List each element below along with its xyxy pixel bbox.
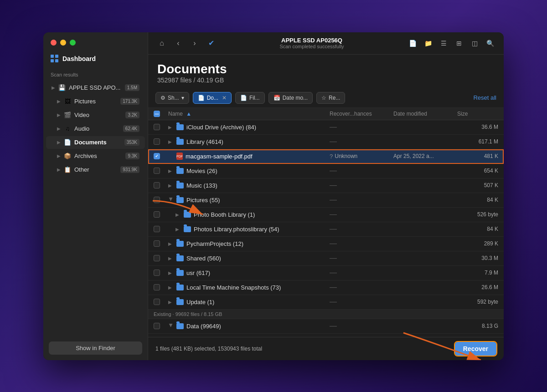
row-checkbox[interactable]: [154, 226, 160, 232]
toolbar-title: APPLE SSD AP0256Q: [221, 37, 403, 44]
size-value: 8.13 G: [457, 323, 498, 329]
back-button[interactable]: ‹: [172, 37, 185, 50]
expand-icon[interactable]: ▶: [168, 125, 174, 130]
table-header: Name ▲ Recover...hances Date modified Si…: [148, 108, 504, 120]
expand-icon[interactable]: ▶: [168, 241, 174, 246]
table-row: ▶ Movies (26) — 654 K: [148, 164, 504, 178]
row-checkbox[interactable]: [154, 284, 160, 290]
file-filter-btn[interactable]: 📄 Fil...: [235, 92, 265, 104]
document-icon: 📄: [63, 138, 72, 147]
sidebar-badge: 931.9K: [120, 166, 139, 173]
sidebar-item-other[interactable]: ▶ 📋 Other 931.9K: [46, 163, 145, 176]
filter-close-icon[interactable]: ✕: [222, 95, 227, 101]
row-label: iCloud Drive (Archive) (84): [186, 124, 256, 131]
forward-button[interactable]: ›: [188, 37, 201, 50]
file-icon-btn[interactable]: 📄: [406, 37, 419, 50]
row-label: Data (99649): [186, 323, 221, 330]
expand-icon[interactable]: ▶: [168, 285, 174, 290]
table-row: ▶ Pictures (55) — 84 K: [148, 193, 504, 208]
expand-icon[interactable]: ▶: [175, 212, 181, 217]
chevron-icon: ▶: [57, 153, 61, 158]
row-checkbox[interactable]: [154, 168, 160, 174]
table-row: ▶ Local Time Machine Snapshots (73) — 26…: [148, 280, 504, 295]
folder-icon: [176, 183, 184, 188]
sidebar-badge: 62.4K: [123, 125, 139, 132]
maximize-button[interactable]: [70, 40, 76, 46]
size-value: 84 K: [457, 197, 498, 203]
size-value: 289 K: [457, 240, 498, 247]
row-label: Library (4614): [186, 138, 223, 145]
row-checkbox[interactable]: [154, 182, 160, 188]
home-button[interactable]: ⌂: [155, 37, 168, 50]
expand-icon[interactable]: ▶: [169, 197, 174, 203]
grid-view-btn[interactable]: ⊞: [453, 37, 465, 50]
date-filter-btn[interactable]: 📅 Date mo...: [268, 92, 313, 104]
expand-icon[interactable]: ▶: [168, 300, 174, 305]
sidebar-item-video[interactable]: ▶ 🎬 Video 3.2K: [46, 109, 145, 122]
row-checkbox[interactable]: [154, 255, 160, 261]
chevron-icon: ▶: [52, 85, 55, 90]
sidebar-item-apple-ssd[interactable]: ▶ 💾 APPLE SSD APO... 1.5M: [46, 81, 145, 94]
search-button[interactable]: 🔍: [484, 37, 496, 50]
header-checkbox[interactable]: [154, 111, 160, 117]
row-checkbox[interactable]: [154, 197, 160, 203]
row-checkbox[interactable]: [154, 138, 160, 145]
dashboard-label: Dashboard: [62, 55, 96, 62]
picture-icon: 🖼: [63, 97, 72, 106]
table-row: ▶ Update (1) — 592 byte: [148, 295, 504, 310]
split-view-btn[interactable]: ◫: [468, 37, 481, 50]
traffic-lights: [43, 32, 148, 51]
table-row: ▶ Photo Booth Library (1) — 526 byte: [148, 208, 504, 222]
show-filter-btn[interactable]: ⚙ Sh... ▾: [155, 92, 189, 104]
row-checkbox[interactable]: [154, 240, 160, 247]
chevron-icon: ▶: [57, 112, 61, 117]
row-checkbox[interactable]: [154, 323, 160, 329]
table-row: ▶ Shared (560) — 30.3 M: [148, 251, 504, 266]
doc-filter-btn[interactable]: 📄 Do... ✕: [193, 92, 232, 104]
show-in-finder-button[interactable]: Show in Finder: [49, 341, 142, 355]
row-checkbox[interactable]: [154, 124, 160, 130]
reset-all-button[interactable]: Reset all: [473, 94, 496, 101]
file-table: Name ▲ Recover...hances Date modified Si…: [148, 108, 504, 337]
expand-icon[interactable]: ▶: [168, 183, 174, 188]
recover-value: —: [330, 181, 393, 189]
check-icon: ✔: [205, 37, 217, 50]
expand-icon[interactable]: ▶: [175, 227, 181, 232]
expand-icon[interactable]: ▶: [168, 270, 174, 275]
dashboard-icon: [51, 55, 59, 63]
sidebar-item-pictures[interactable]: ▶ 🖼 Pictures 171.3K: [46, 95, 145, 108]
scan-results-label: Scan results: [43, 70, 148, 81]
expand-icon[interactable]: ▶: [168, 139, 174, 144]
list-view-btn[interactable]: ☰: [437, 37, 450, 50]
chevron-icon: ▶: [57, 140, 61, 145]
row-checkbox[interactable]: [154, 153, 160, 159]
size-value: 7.9 M: [457, 270, 498, 276]
recover-value: ? Unknown: [330, 153, 393, 160]
page-subtitle: 352987 files / 40.19 GB: [157, 76, 495, 84]
date-value: Apr 25, 2022 a...: [393, 153, 457, 159]
row-label: Update (1): [186, 299, 214, 305]
row-checkbox[interactable]: [154, 270, 160, 276]
main-content: ⌂ ‹ › ✔ APPLE SSD AP0256Q Scan completed…: [148, 32, 504, 360]
sidebar-item-audio[interactable]: ▶ ♫ Audio 62.4K: [46, 122, 145, 135]
dashboard-nav[interactable]: Dashboard: [43, 51, 148, 70]
drive-icon: 💾: [58, 84, 66, 92]
sidebar-item-archives[interactable]: ▶ 📦 Archives 9.3K: [46, 150, 145, 163]
expand-icon[interactable]: ▶: [168, 168, 174, 173]
rating-filter-btn[interactable]: ☆ Re...: [316, 92, 345, 104]
expand-icon[interactable]: ▶: [168, 256, 174, 261]
minimize-button[interactable]: [60, 40, 66, 46]
recover-button[interactable]: Recover: [455, 342, 496, 356]
folder-icon: [176, 241, 184, 247]
row-label: Photos Library.photoslibrary (54): [194, 226, 279, 233]
recover-value: —: [330, 196, 393, 204]
sidebar-item-documents[interactable]: ▶ 📄 Documents 353K: [46, 136, 145, 149]
row-label: Shared (560): [186, 255, 221, 262]
row-checkbox[interactable]: [154, 211, 160, 218]
recover-value: —: [330, 137, 393, 146]
recover-value: —: [330, 225, 393, 233]
expand-icon[interactable]: ▶: [169, 323, 174, 329]
close-button[interactable]: [51, 40, 57, 46]
folder-icon-btn[interactable]: 📁: [422, 37, 434, 50]
row-checkbox[interactable]: [154, 299, 160, 305]
